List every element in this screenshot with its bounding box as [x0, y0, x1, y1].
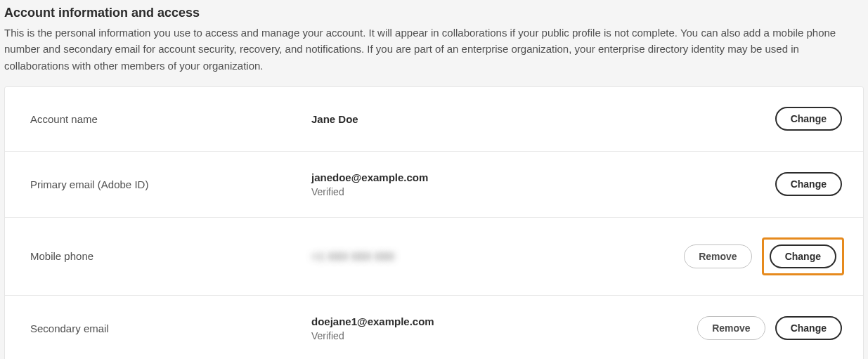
row-secondary-email: Secondary email doejane1@example.com Ver…: [5, 296, 863, 359]
change-secondary-email-button[interactable]: Change: [775, 316, 842, 340]
remove-mobile-phone-button[interactable]: Remove: [684, 244, 751, 268]
primary-email-text: janedoe@example.com: [311, 171, 775, 183]
account-info-panel: Account name Jane Doe Change Primary ema…: [4, 86, 864, 359]
value-secondary-email: doejane1@example.com Verified: [311, 315, 697, 341]
change-account-name-button[interactable]: Change: [775, 107, 842, 131]
account-name-text: Jane Doe: [311, 113, 775, 125]
change-mobile-phone-button[interactable]: Change: [770, 244, 836, 268]
label-account-name: Account name: [30, 113, 311, 125]
section-title: Account information and access: [4, 6, 864, 20]
row-account-name: Account name Jane Doe Change: [5, 87, 863, 152]
secondary-email-text: doejane1@example.com: [311, 315, 697, 327]
label-primary-email: Primary email (Adobe ID): [30, 178, 311, 190]
remove-secondary-email-button[interactable]: Remove: [697, 316, 765, 340]
value-account-name: Jane Doe: [311, 113, 775, 125]
section-header: Account information and access This is t…: [4, 0, 864, 86]
secondary-email-status: Verified: [311, 330, 697, 341]
section-description: This is the personal information you use…: [4, 25, 848, 74]
row-primary-email: Primary email (Adobe ID) janedoe@example…: [5, 152, 863, 218]
row-mobile-phone: Mobile phone +1 000 000 000 Remove Chang…: [5, 218, 863, 296]
change-primary-email-button[interactable]: Change: [775, 172, 842, 196]
actions-account-name: Change: [775, 107, 842, 131]
value-mobile-phone: +1 000 000 000: [311, 250, 684, 262]
actions-secondary-email: Remove Change: [697, 316, 842, 340]
mobile-phone-text: +1 000 000 000: [311, 250, 684, 262]
primary-email-status: Verified: [311, 186, 775, 197]
label-secondary-email: Secondary email: [30, 322, 311, 334]
label-mobile-phone: Mobile phone: [30, 250, 311, 262]
actions-mobile-phone: Remove Change: [684, 237, 842, 275]
actions-primary-email: Change: [775, 172, 842, 196]
value-primary-email: janedoe@example.com Verified: [311, 171, 775, 197]
highlight-change-mobile: Change: [762, 237, 844, 275]
